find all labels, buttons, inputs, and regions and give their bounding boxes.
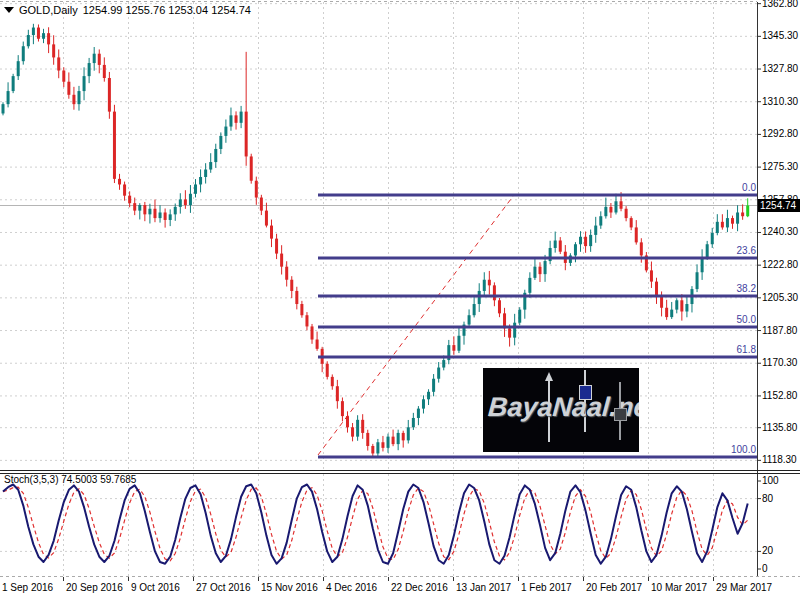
candle-body bbox=[670, 310, 673, 317]
candle-body bbox=[417, 409, 420, 418]
candle-body bbox=[148, 209, 151, 215]
date-axis-label: 1 Sep 2016 bbox=[2, 582, 53, 593]
candle-body bbox=[432, 379, 435, 392]
candle-body bbox=[88, 63, 91, 76]
candle-body bbox=[675, 300, 678, 309]
symbol-timeframe-label: GOLD,Daily bbox=[19, 4, 78, 16]
ohlc-values-label: 1254.99 1255.76 1253.04 1254.74 bbox=[83, 4, 251, 16]
candle-body bbox=[381, 442, 384, 448]
candle-body bbox=[250, 156, 253, 180]
candle-body bbox=[706, 244, 709, 257]
price-axis-label: 1187.80 bbox=[762, 325, 797, 336]
candle-body bbox=[614, 201, 617, 212]
price-axis-label: 1170.30 bbox=[762, 357, 797, 368]
candle-body bbox=[133, 203, 136, 210]
candle-body bbox=[52, 44, 55, 57]
date-axis-label: 29 Mar 2017 bbox=[716, 582, 772, 593]
candle-body bbox=[407, 427, 410, 440]
candle-body bbox=[240, 112, 243, 123]
stochastic-indicator-label: Stoch(3,5,3) 74.5003 59.7685 bbox=[4, 474, 136, 485]
candle-body bbox=[62, 71, 65, 82]
chart-window: GOLD,Daily 1254.99 1255.76 1253.04 1254.… bbox=[0, 0, 800, 600]
candle-body bbox=[260, 198, 263, 211]
candle-body bbox=[696, 272, 699, 289]
candle-body bbox=[57, 57, 60, 70]
candle-body bbox=[164, 212, 167, 219]
candle-body bbox=[574, 244, 577, 255]
candle-body bbox=[2, 104, 5, 113]
candle-body bbox=[665, 308, 668, 317]
candle-body bbox=[640, 242, 643, 255]
candle-body bbox=[184, 199, 187, 205]
candle-body bbox=[376, 442, 379, 453]
candle-body bbox=[67, 82, 70, 95]
candle-body bbox=[42, 33, 45, 39]
candle-body bbox=[194, 184, 197, 193]
candle-body bbox=[356, 420, 359, 437]
candle-body bbox=[473, 304, 476, 315]
candle-body bbox=[620, 201, 623, 208]
date-axis-label: 4 Dec 2016 bbox=[326, 582, 377, 593]
candle-body bbox=[229, 115, 232, 126]
date-axis-label: 27 Oct 2016 bbox=[196, 582, 250, 593]
stoch-axis-label: 80 bbox=[762, 493, 773, 504]
candle-body bbox=[513, 323, 516, 338]
candle-body bbox=[331, 377, 334, 386]
date-axis-label: 20 Sep 2016 bbox=[66, 582, 123, 593]
candle-body bbox=[290, 280, 293, 291]
candle-body bbox=[351, 427, 354, 436]
candle-body bbox=[72, 95, 75, 104]
candle-body bbox=[746, 206, 749, 217]
candle-body bbox=[204, 170, 207, 177]
candle-body bbox=[468, 315, 471, 324]
stoch-axis-label: 20 bbox=[762, 545, 773, 556]
price-axis-label: 1275.30 bbox=[762, 161, 798, 172]
price-chart-canvas[interactable] bbox=[0, 0, 800, 600]
date-axis-label: 10 Mar 2017 bbox=[651, 582, 707, 593]
collapse-triangle-icon[interactable] bbox=[4, 7, 14, 13]
candle-body bbox=[594, 226, 597, 235]
candle-body bbox=[397, 433, 400, 444]
candle-body bbox=[422, 399, 425, 408]
candle-body bbox=[7, 91, 10, 104]
date-axis-label: 22 Dec 2016 bbox=[391, 582, 448, 593]
candle-body bbox=[609, 207, 612, 213]
candle-body bbox=[346, 416, 349, 427]
candle-body bbox=[635, 227, 638, 242]
candle-body bbox=[174, 207, 177, 214]
date-axis-label: 13 Jan 2017 bbox=[456, 582, 511, 593]
candle-body bbox=[604, 207, 607, 216]
fib-level-label: 100.0 bbox=[731, 444, 756, 455]
candle-body bbox=[209, 162, 212, 169]
candle-body bbox=[214, 149, 217, 162]
fib-level-label: 61.8 bbox=[737, 344, 756, 355]
candle-body bbox=[589, 235, 592, 246]
stoch-axis-label: 0 bbox=[762, 563, 768, 574]
candle-body bbox=[153, 209, 156, 218]
candle-body bbox=[22, 46, 25, 61]
date-axis-label: 9 Oct 2016 bbox=[131, 582, 180, 593]
fib-level-label: 50.0 bbox=[737, 314, 756, 325]
candle-body bbox=[17, 61, 20, 76]
candle-body bbox=[47, 33, 50, 44]
candle-body bbox=[498, 300, 501, 313]
candle-body bbox=[285, 267, 288, 280]
candle-body bbox=[427, 392, 430, 399]
candle-body bbox=[12, 76, 15, 91]
candle-body bbox=[316, 340, 319, 349]
candle-body bbox=[452, 345, 455, 351]
candle-body bbox=[98, 54, 101, 65]
candle-body bbox=[508, 328, 511, 337]
candle-body bbox=[528, 278, 531, 293]
candle-body bbox=[255, 181, 258, 198]
date-axis-label: 15 Nov 2016 bbox=[261, 582, 318, 593]
candle-body bbox=[412, 418, 415, 427]
candle-body bbox=[199, 177, 202, 184]
candle-body bbox=[655, 282, 658, 297]
candle-body bbox=[625, 209, 628, 218]
candle-body bbox=[371, 446, 374, 453]
candle-body bbox=[305, 315, 308, 326]
candle-body bbox=[533, 267, 536, 278]
candle-body bbox=[554, 241, 557, 248]
price-axis-label: 1240.30 bbox=[762, 226, 798, 237]
